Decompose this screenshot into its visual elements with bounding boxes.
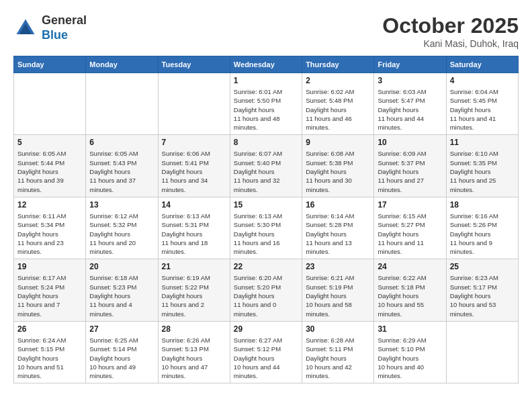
weekday-header: Tuesday (158, 56, 230, 73)
day-number: 7 (162, 138, 226, 147)
day-info: Sunrise: 6:15 AMSunset: 5:27 PMDaylight … (378, 212, 442, 256)
calendar-week-row: 19Sunrise: 6:17 AMSunset: 5:24 PMDayligh… (14, 259, 519, 321)
day-info: Sunrise: 6:22 AMSunset: 5:18 PMDaylight … (378, 273, 442, 318)
day-number: 3 (378, 76, 442, 85)
calendar-cell: 5Sunrise: 6:05 AMSunset: 5:44 PMDaylight… (14, 135, 86, 197)
calendar-cell: 26Sunrise: 6:24 AMSunset: 5:15 PMDayligh… (14, 321, 86, 383)
calendar-cell: 9Sunrise: 6:08 AMSunset: 5:38 PMDaylight… (302, 135, 374, 197)
calendar-cell (446, 321, 518, 383)
day-info: Sunrise: 6:13 AMSunset: 5:30 PMDaylight … (234, 212, 298, 256)
calendar-cell: 8Sunrise: 6:07 AMSunset: 5:40 PMDaylight… (230, 135, 302, 197)
logo-text: General Blue (42, 13, 87, 42)
calendar-cell (86, 73, 158, 135)
calendar-cell: 17Sunrise: 6:15 AMSunset: 5:27 PMDayligh… (374, 197, 446, 259)
day-number: 2 (306, 76, 370, 85)
calendar-cell: 24Sunrise: 6:22 AMSunset: 5:18 PMDayligh… (374, 259, 446, 321)
day-number: 30 (306, 324, 370, 334)
weekday-header: Monday (86, 56, 158, 73)
day-info: Sunrise: 6:08 AMSunset: 5:38 PMDaylight … (306, 149, 370, 193)
calendar-cell: 31Sunrise: 6:29 AMSunset: 5:10 PMDayligh… (374, 321, 446, 383)
day-info: Sunrise: 6:24 AMSunset: 5:15 PMDaylight … (17, 336, 82, 380)
day-number: 12 (17, 200, 82, 210)
day-info: Sunrise: 6:14 AMSunset: 5:28 PMDaylight … (306, 212, 370, 256)
day-info: Sunrise: 6:05 AMSunset: 5:44 PMDaylight … (17, 149, 82, 193)
calendar-cell (158, 73, 230, 135)
calendar-cell: 10Sunrise: 6:09 AMSunset: 5:37 PMDayligh… (374, 135, 446, 197)
day-info: Sunrise: 6:23 AMSunset: 5:17 PMDaylight … (450, 273, 515, 318)
day-number: 1 (234, 76, 298, 85)
logo-icon (13, 16, 38, 40)
calendar-cell: 27Sunrise: 6:25 AMSunset: 5:14 PMDayligh… (86, 321, 158, 383)
day-info: Sunrise: 6:18 AMSunset: 5:23 PMDaylight … (89, 273, 154, 318)
calendar-week-row: 1Sunrise: 6:01 AMSunset: 5:50 PMDaylight… (14, 73, 519, 135)
day-info: Sunrise: 6:16 AMSunset: 5:26 PMDaylight … (450, 212, 515, 256)
calendar-cell: 12Sunrise: 6:11 AMSunset: 5:34 PMDayligh… (14, 197, 86, 259)
weekday-header-row: SundayMondayTuesdayWednesdayThursdayFrid… (14, 56, 519, 73)
weekday-header: Thursday (302, 56, 374, 73)
day-number: 4 (450, 76, 515, 85)
day-info: Sunrise: 6:28 AMSunset: 5:11 PMDaylight … (306, 336, 370, 380)
calendar-cell: 22Sunrise: 6:20 AMSunset: 5:20 PMDayligh… (230, 259, 302, 321)
day-info: Sunrise: 6:09 AMSunset: 5:37 PMDaylight … (378, 149, 442, 193)
day-number: 15 (234, 200, 298, 210)
calendar-week-row: 5Sunrise: 6:05 AMSunset: 5:44 PMDaylight… (14, 135, 519, 197)
day-number: 6 (89, 138, 154, 147)
logo: General Blue (13, 13, 87, 42)
day-info: Sunrise: 6:27 AMSunset: 5:12 PMDaylight … (234, 336, 298, 380)
weekday-header: Saturday (446, 56, 518, 73)
calendar-cell: 2Sunrise: 6:02 AMSunset: 5:48 PMDaylight… (302, 73, 374, 135)
calendar-cell (14, 73, 86, 135)
calendar-table: SundayMondayTuesdayWednesdayThursdayFrid… (13, 56, 519, 383)
day-info: Sunrise: 6:07 AMSunset: 5:40 PMDaylight … (234, 149, 298, 193)
day-number: 28 (162, 324, 226, 334)
calendar-cell: 15Sunrise: 6:13 AMSunset: 5:30 PMDayligh… (230, 197, 302, 259)
title-block: October 2025 Kani Masi, Duhok, Iraq (382, 13, 519, 49)
weekday-header: Wednesday (230, 56, 302, 73)
calendar-cell: 1Sunrise: 6:01 AMSunset: 5:50 PMDaylight… (230, 73, 302, 135)
day-number: 16 (306, 200, 370, 210)
day-number: 21 (162, 262, 226, 271)
day-number: 5 (17, 138, 82, 147)
day-number: 8 (234, 138, 298, 147)
calendar-week-row: 12Sunrise: 6:11 AMSunset: 5:34 PMDayligh… (14, 197, 519, 259)
day-info: Sunrise: 6:03 AMSunset: 5:47 PMDaylight … (378, 87, 442, 132)
calendar-cell: 23Sunrise: 6:21 AMSunset: 5:19 PMDayligh… (302, 259, 374, 321)
day-info: Sunrise: 6:12 AMSunset: 5:32 PMDaylight … (89, 212, 154, 256)
day-info: Sunrise: 6:10 AMSunset: 5:35 PMDaylight … (450, 149, 515, 193)
location-subtitle: Kani Masi, Duhok, Iraq (382, 38, 519, 49)
day-info: Sunrise: 6:13 AMSunset: 5:31 PMDaylight … (162, 212, 226, 256)
day-number: 9 (306, 138, 370, 147)
day-number: 29 (234, 324, 298, 334)
day-info: Sunrise: 6:01 AMSunset: 5:50 PMDaylight … (234, 87, 298, 132)
day-number: 20 (89, 262, 154, 271)
weekday-header: Friday (374, 56, 446, 73)
day-info: Sunrise: 6:20 AMSunset: 5:20 PMDaylight … (234, 273, 298, 318)
calendar-cell: 29Sunrise: 6:27 AMSunset: 5:12 PMDayligh… (230, 321, 302, 383)
calendar-cell: 4Sunrise: 6:04 AMSunset: 5:45 PMDaylight… (446, 73, 518, 135)
calendar-cell: 14Sunrise: 6:13 AMSunset: 5:31 PMDayligh… (158, 197, 230, 259)
day-number: 10 (378, 138, 442, 147)
day-info: Sunrise: 6:06 AMSunset: 5:41 PMDaylight … (162, 149, 226, 193)
calendar-cell: 7Sunrise: 6:06 AMSunset: 5:41 PMDaylight… (158, 135, 230, 197)
day-number: 11 (450, 138, 515, 147)
day-number: 26 (17, 324, 82, 334)
day-info: Sunrise: 6:05 AMSunset: 5:43 PMDaylight … (89, 149, 154, 193)
day-number: 13 (89, 200, 154, 210)
calendar-cell: 30Sunrise: 6:28 AMSunset: 5:11 PMDayligh… (302, 321, 374, 383)
weekday-header: Sunday (14, 56, 86, 73)
day-number: 24 (378, 262, 442, 271)
calendar-cell: 21Sunrise: 6:19 AMSunset: 5:22 PMDayligh… (158, 259, 230, 321)
day-info: Sunrise: 6:04 AMSunset: 5:45 PMDaylight … (450, 87, 515, 132)
calendar-week-row: 26Sunrise: 6:24 AMSunset: 5:15 PMDayligh… (14, 321, 519, 383)
day-number: 27 (89, 324, 154, 334)
day-number: 14 (162, 200, 226, 210)
day-number: 17 (378, 200, 442, 210)
calendar-cell: 28Sunrise: 6:26 AMSunset: 5:13 PMDayligh… (158, 321, 230, 383)
day-info: Sunrise: 6:19 AMSunset: 5:22 PMDaylight … (162, 273, 226, 318)
day-number: 23 (306, 262, 370, 271)
calendar-cell: 20Sunrise: 6:18 AMSunset: 5:23 PMDayligh… (86, 259, 158, 321)
calendar-cell: 11Sunrise: 6:10 AMSunset: 5:35 PMDayligh… (446, 135, 518, 197)
calendar-cell: 6Sunrise: 6:05 AMSunset: 5:43 PMDaylight… (86, 135, 158, 197)
day-number: 22 (234, 262, 298, 271)
calendar-cell: 18Sunrise: 6:16 AMSunset: 5:26 PMDayligh… (446, 197, 518, 259)
